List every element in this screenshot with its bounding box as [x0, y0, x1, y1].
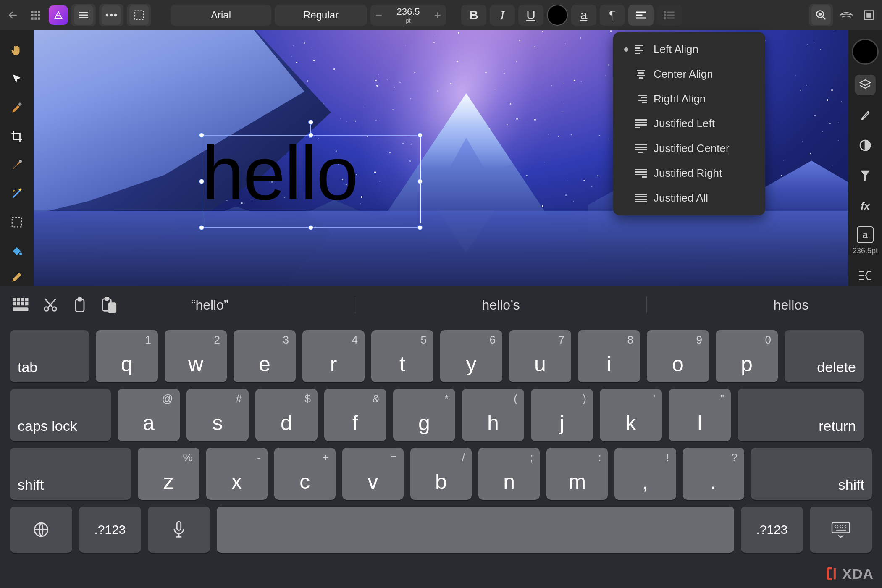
hand-tool-icon[interactable] — [8, 42, 26, 59]
key-w[interactable]: w2 — [165, 330, 227, 382]
underline-button[interactable]: U — [518, 5, 543, 26]
key-delete[interactable]: delete — [785, 330, 864, 382]
key-m[interactable]: m: — [546, 448, 608, 500]
magic-wand-icon[interactable] — [8, 185, 26, 202]
key-dictation[interactable] — [148, 507, 210, 553]
font-size-increase[interactable]: + — [429, 8, 446, 22]
font-family-selector[interactable]: Arial — [171, 5, 271, 26]
key-c[interactable]: c+ — [274, 448, 336, 500]
layers-panel-icon[interactable] — [855, 75, 876, 95]
move-tool-icon[interactable] — [8, 71, 26, 87]
kb-cut-icon[interactable] — [39, 294, 61, 316]
resize-handle[interactable] — [199, 133, 204, 138]
fullscreen-icon[interactable] — [859, 5, 879, 25]
key-capslock[interactable]: caps lock — [10, 389, 111, 441]
text-frame-selection[interactable]: hello — [202, 135, 420, 228]
key-i[interactable]: i8 — [578, 330, 640, 382]
more-icon[interactable] — [102, 5, 121, 25]
key-y[interactable]: y6 — [440, 330, 502, 382]
font-size-value[interactable]: 236.5 pt — [387, 6, 429, 24]
paint-brush-icon[interactable] — [8, 157, 26, 173]
key-globe[interactable] — [10, 507, 72, 553]
paragraph-style-button[interactable]: ¶ — [600, 5, 625, 26]
align-option-justify-right[interactable]: Justified Right — [613, 161, 765, 186]
kb-suggestion[interactable]: hellos — [774, 297, 809, 313]
align-option-right[interactable]: Right Align — [613, 87, 765, 111]
list-button[interactable] — [657, 5, 682, 26]
kb-suggestion[interactable]: hello’s — [482, 297, 520, 313]
key-hide-keyboard[interactable] — [810, 507, 872, 553]
key-b[interactable]: b/ — [410, 448, 472, 500]
character-panel-icon[interactable]: a — [855, 226, 876, 243]
kb-copy-icon[interactable] — [69, 294, 91, 316]
key-t[interactable]: t5 — [371, 330, 433, 382]
key-e[interactable]: e3 — [234, 330, 296, 382]
key-f[interactable]: f& — [324, 389, 386, 441]
key-n[interactable]: n; — [478, 448, 540, 500]
key-.[interactable]: .? — [683, 448, 744, 500]
text-wrap-panel-icon[interactable] — [855, 265, 876, 286]
rotate-handle[interactable] — [308, 120, 313, 125]
resize-handle[interactable] — [417, 225, 423, 230]
adjustments-panel-icon[interactable] — [855, 135, 876, 155]
key-h[interactable]: h( — [462, 389, 524, 441]
key-shift-right[interactable]: shift — [751, 448, 872, 500]
menu-icon[interactable] — [74, 5, 93, 25]
key-p[interactable]: p0 — [716, 330, 778, 382]
key-j[interactable]: j) — [531, 389, 593, 441]
grid-icon[interactable] — [26, 5, 45, 25]
key-q[interactable]: q1 — [96, 330, 158, 382]
align-option-justify-center[interactable]: Justified Center — [613, 136, 765, 161]
key-o[interactable]: o9 — [647, 330, 709, 382]
preview-icon[interactable] — [837, 5, 856, 25]
text-align-button[interactable] — [628, 5, 654, 26]
bold-button[interactable]: B — [461, 5, 486, 26]
italic-button[interactable]: I — [490, 5, 515, 26]
align-option-center[interactable]: Center Align — [613, 62, 765, 87]
key-space[interactable] — [217, 507, 734, 553]
kb-paste-icon[interactable] — [98, 294, 120, 316]
marquee-select-icon[interactable] — [129, 5, 149, 25]
crop-tool-icon[interactable] — [8, 128, 26, 145]
key-numsym-left[interactable]: .?123 — [79, 507, 141, 553]
key-v[interactable]: v= — [342, 448, 404, 500]
align-option-justify-left[interactable]: Justified Left — [613, 111, 765, 136]
key-u[interactable]: u7 — [509, 330, 571, 382]
key-tab[interactable]: tab — [10, 330, 89, 382]
back-icon[interactable] — [3, 5, 23, 25]
key-k[interactable]: k' — [600, 389, 662, 441]
font-size-decrease[interactable]: − — [370, 8, 387, 22]
pen-tool-icon[interactable] — [8, 269, 26, 286]
history-panel-icon[interactable] — [855, 165, 876, 186]
selection-marquee-icon[interactable] — [8, 214, 26, 231]
align-option-left[interactable]: Left Align — [613, 37, 765, 62]
kb-shortcuts-icon[interactable] — [10, 294, 32, 316]
text-color-swatch[interactable] — [547, 5, 568, 26]
align-option-justify-all[interactable]: Justified All — [613, 186, 765, 210]
canvas-text-content[interactable]: hello — [202, 136, 420, 211]
key-a[interactable]: a@ — [118, 389, 180, 441]
resize-handle[interactable] — [308, 225, 313, 230]
fx-panel-icon[interactable]: fx — [855, 196, 876, 216]
key-g[interactable]: g* — [393, 389, 455, 441]
zoom-icon[interactable] — [811, 5, 831, 25]
flood-fill-icon[interactable] — [8, 243, 26, 260]
kb-suggestion[interactable]: “hello” — [191, 297, 228, 313]
key-l[interactable]: l" — [669, 389, 731, 441]
key-shift-left[interactable]: shift — [10, 448, 131, 500]
resize-handle[interactable] — [308, 133, 313, 138]
key-return[interactable]: return — [738, 389, 864, 441]
key-z[interactable]: z% — [138, 448, 199, 500]
character-style-button[interactable]: a — [571, 5, 596, 26]
key-s[interactable]: s# — [186, 389, 249, 441]
brush-panel-icon[interactable] — [855, 105, 876, 125]
color-picker-icon[interactable] — [8, 99, 26, 116]
font-style-selector[interactable]: Regular — [275, 5, 367, 26]
key-numsym-right[interactable]: .?123 — [741, 507, 803, 553]
resize-handle[interactable] — [199, 179, 204, 184]
key-d[interactable]: d$ — [255, 389, 318, 441]
app-logo-icon[interactable] — [49, 5, 68, 25]
key-r[interactable]: r4 — [302, 330, 365, 382]
key-,[interactable]: ,! — [614, 448, 676, 500]
fill-color-swatch[interactable] — [852, 39, 879, 65]
